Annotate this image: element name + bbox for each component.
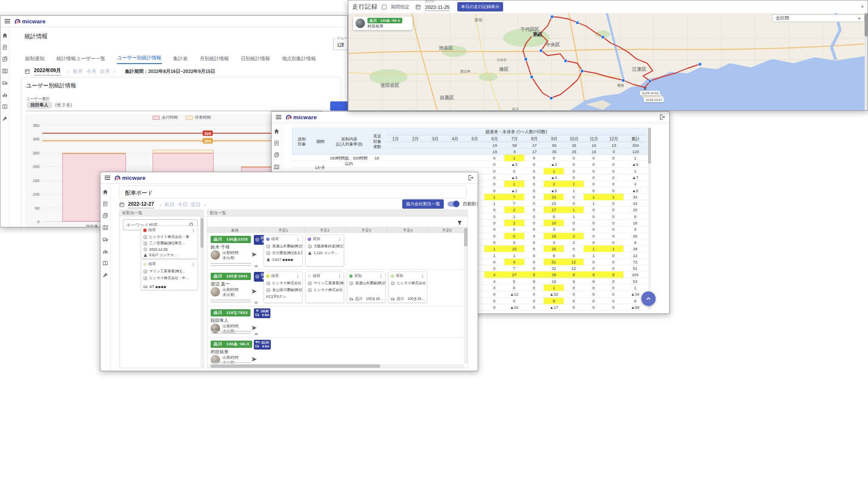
vehicle-plate-badge: 品川 130あ2325 [211, 236, 251, 243]
vehicle-plate-badge: 品川 110な7533 [211, 309, 250, 316]
prev-day-chevron[interactable]: ‹ [159, 202, 161, 207]
dots-vertical-icon[interactable] [191, 228, 195, 232]
cargo-card[interactable]: 積荷美濃山木運輸(株)(東…大川運送(株)(名古屋…3,617 ◆◆◆◆ [264, 235, 303, 266]
grip-icon[interactable] [254, 299, 259, 304]
scroll-to-top-button[interactable] [641, 291, 656, 306]
assigned-vertical-scrollbar[interactable] [464, 227, 467, 364]
map-scrollbar[interactable] [865, 13, 868, 110]
next-month-link[interactable]: 次月 [100, 68, 110, 75]
grip-icon[interactable] [254, 330, 259, 335]
dots-vertical-icon[interactable] [337, 237, 342, 241]
summary-cell: 16 [584, 148, 604, 155]
assigned-horizontal-scrollbar[interactable] [207, 364, 464, 368]
sidebar-item-file[interactable] [274, 140, 279, 146]
board-date-picker[interactable]: 2022-12-27 [128, 201, 154, 208]
cargo-card[interactable]: 積荷ヒシライ株式会社・新…全山深川運輸(株)(仙…KC1字5テン [264, 271, 303, 303]
dots-vertical-icon[interactable] [296, 237, 300, 241]
sidebar-item-map[interactable] [2, 68, 8, 74]
sidebar-item-book[interactable] [2, 104, 8, 109]
sidebar-item-wrench[interactable] [103, 272, 108, 278]
table-cell: 51 [623, 265, 647, 271]
today-link[interactable]: 今日 [178, 201, 187, 208]
district-label: 品川 [512, 107, 519, 111]
sidebar-item-bar-chart[interactable] [103, 249, 108, 254]
show-today-button[interactable]: 本日の走行記録表示 [457, 2, 503, 11]
dots-vertical-icon[interactable] [420, 274, 425, 278]
vehicle-overlay-card[interactable]: 品川 130あ･56-3 村田裕章 [353, 17, 412, 30]
sidebar-item-files[interactable] [274, 152, 279, 158]
tab-6[interactable]: 日別統計情報 [240, 53, 270, 64]
sidebar-item-file[interactable] [2, 45, 8, 50]
unassigned-scrollbar[interactable] [200, 216, 203, 368]
close-icon[interactable]: × [861, 4, 864, 10]
truck-icon [255, 313, 259, 317]
sidebar-item-home[interactable] [2, 33, 8, 38]
period-checkbox[interactable] [382, 5, 387, 9]
sidebar-item-home[interactable] [103, 189, 108, 195]
table-vertical-scrollbar[interactable] [648, 128, 651, 310]
dots-vertical-icon[interactable] [296, 274, 300, 278]
group-select[interactable]: グループ 1課 [333, 38, 348, 50]
sidebar-item-wrench[interactable] [2, 116, 8, 121]
menu-icon[interactable] [5, 19, 10, 23]
tab-7[interactable]: 地点別集計情報 [281, 53, 317, 64]
send-icon[interactable] [251, 252, 257, 257]
tab-3[interactable]: ユーザー別統計情報 [117, 53, 162, 64]
month-header: 10月 [564, 136, 584, 142]
table-cell: 3 [544, 239, 564, 246]
next-month-chevron[interactable]: › [114, 69, 115, 74]
auto-assign-toggle[interactable] [448, 201, 459, 207]
grip-icon[interactable] [254, 263, 259, 267]
this-month-link[interactable]: 今月 [86, 68, 96, 75]
cargo-card[interactable]: 積荷マリン工業事業(株)(…ヒシライ株式会社・中…4/7 ◆◆◆◆ [141, 260, 198, 290]
user-chip[interactable]: 段田隼人 [26, 101, 53, 109]
prev-month-chevron[interactable]: ‹ [67, 69, 69, 74]
region-select[interactable]: 全区間 [772, 14, 865, 22]
sidebar-item-files[interactable] [103, 213, 108, 218]
sidebar-item-bar-chart[interactable] [2, 92, 8, 98]
cargo-card[interactable]: 荷卸大阪旅客鉄道(株)(天…1,122 コンテ… [305, 235, 344, 266]
dots-vertical-icon[interactable] [337, 274, 342, 278]
menu-icon[interactable] [276, 115, 281, 119]
drive-date[interactable]: 2022-11-25 [425, 5, 450, 11]
send-icon[interactable] [251, 356, 257, 362]
tab-4[interactable]: 集計表 [173, 53, 189, 64]
next-day-link[interactable]: 翌日 [191, 201, 200, 208]
tab-5[interactable]: 月別統計情報 [199, 53, 229, 64]
send-icon[interactable] [251, 288, 257, 294]
cargo-card[interactable]: 積荷ヒシライト株式会社・東三ノ宮運輸(株)(東京…2022-12-269,617… [141, 226, 198, 259]
calendar-icon[interactable] [415, 4, 421, 10]
logo-mark-icon [114, 175, 121, 181]
sidebar-item-file[interactable] [103, 201, 108, 207]
cargo-card[interactable]: 積荷マリン工業事業(株)・…ヒシライ株式会社・中… [305, 271, 344, 303]
cargo-card[interactable]: 荷卸美濃山木運輸(株)(東…品川 100き19… [347, 271, 386, 303]
tab-1[interactable]: 規制通知 [25, 53, 45, 64]
menu-icon[interactable] [105, 176, 110, 180]
dots-vertical-icon[interactable] [379, 274, 383, 278]
logout-icon[interactable] [659, 114, 665, 120]
sidebar-item-files[interactable] [2, 56, 8, 62]
grip-icon[interactable] [254, 362, 259, 364]
sidebar-item-map[interactable] [103, 225, 108, 230]
next-day-chevron[interactable]: › [204, 202, 206, 207]
prev-day-link[interactable]: 前日 [164, 201, 174, 208]
user-select-action-button[interactable] [330, 101, 348, 111]
driver-row: 品川 130あ･56-3平S11.7t6.5m村田裕章出勤時間未出勤 [207, 338, 464, 364]
dots-vertical-icon[interactable] [191, 262, 195, 266]
sidebar-item-truck[interactable] [2, 80, 8, 86]
sidebar-item-book[interactable] [103, 260, 108, 266]
filter-icon[interactable] [457, 220, 462, 226]
sidebar-item-home[interactable] [274, 129, 279, 134]
prev-month-link[interactable]: 前月 [73, 68, 83, 75]
sidebar-item-map[interactable] [274, 164, 279, 170]
sidebar-item-truck[interactable] [103, 237, 108, 242]
reference-line-badge: 320 [203, 131, 213, 136]
month-picker[interactable]: 2022年09月 [34, 67, 61, 76]
cargo-card[interactable]: 荷卸ヒシライ株式会社・新…品川 100き19… [388, 271, 427, 303]
map-canvas[interactable]: 千代田区東京中央区渋谷区港区世田谷区目黒区江東区新宿六本木恵比寿豊洲品川 品川 … [348, 13, 868, 110]
partner-assign-button[interactable]: 協力会社割当一覧 [402, 199, 444, 209]
send-icon[interactable] [251, 325, 257, 331]
tab-2[interactable]: 統計情報ユーザー一覧 [56, 53, 106, 64]
logout-icon[interactable] [467, 175, 473, 181]
table-cell: 1 [623, 155, 647, 161]
